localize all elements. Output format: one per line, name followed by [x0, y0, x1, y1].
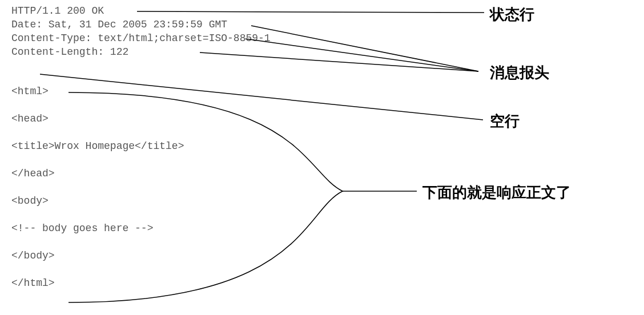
- label-headers: 消息报头: [490, 63, 549, 83]
- body-line-6: <!-- body goes here -->: [11, 223, 184, 250]
- label-blank-line: 空行: [490, 111, 520, 131]
- body-line-5: <body>: [11, 195, 184, 223]
- label-status-line: 状态行: [490, 5, 534, 25]
- body-line-8: </html>: [11, 277, 184, 305]
- http-response-header-block: HTTP/1.1 200 OK Date: Sat, 31 Dec 2005 2…: [11, 5, 271, 59]
- body-line-7: </body>: [11, 250, 184, 277]
- header-content-length: Content-Length: 122: [11, 46, 271, 59]
- header-date: Date: Sat, 31 Dec 2005 23:59:59 GMT: [11, 18, 271, 32]
- status-line: HTTP/1.1 200 OK: [11, 5, 271, 18]
- body-line-4: </head>: [11, 168, 184, 195]
- http-response-body-block: <html> <head> <title>Wrox Homepage</titl…: [11, 86, 184, 305]
- label-body: 下面的就是响应正文了: [422, 183, 571, 203]
- body-line-2: <head>: [11, 113, 184, 140]
- body-line-3: <title>Wrox Homepage</title>: [11, 140, 184, 168]
- header-content-type: Content-Type: text/html;charset=ISO-8859…: [11, 32, 271, 46]
- body-line-1: <html>: [11, 86, 184, 113]
